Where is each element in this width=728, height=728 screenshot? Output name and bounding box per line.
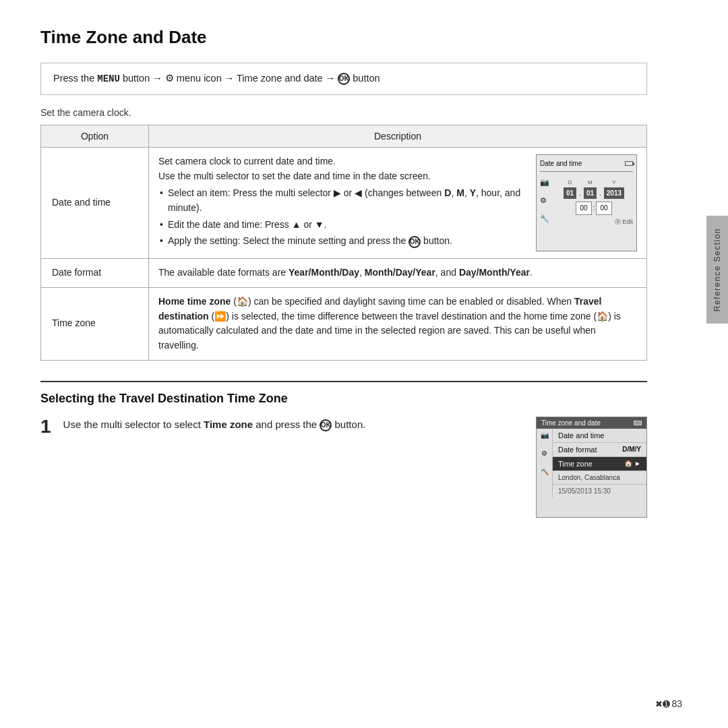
main-content: Time Zone and Date Press the MENU button… [0, 0, 688, 545]
mini-screen-step1: Time zone and date 📷 ⚙ 🔨 Date and time D… [536, 417, 647, 518]
screen-title-text: Date and time [540, 158, 582, 169]
ms2-title-bar: Time zone and date [537, 417, 646, 429]
step1-bold: Time zone [204, 419, 253, 430]
battery-icon [625, 161, 633, 166]
table-row: Date format The available date formats a… [41, 259, 647, 288]
bullet-item-1: Select an item: Press the multi selector… [158, 186, 528, 215]
menu-path-text: button → [123, 73, 165, 84]
info-table: Option Description Date and time Set cam… [40, 125, 647, 361]
month-field: M 01 [584, 179, 597, 200]
page-num-text: 83 [671, 698, 682, 709]
menu-path-arrow2: → [224, 73, 235, 84]
step1-content: 1 Use the multi selector to select Time … [40, 417, 522, 437]
year-value: 2013 [604, 187, 624, 200]
ms2-datetime: 15/05/2013 15:30 [553, 485, 646, 497]
edit-label: Edit [622, 218, 633, 225]
step1-text: Use the multi selector to select Time zo… [63, 417, 522, 433]
wrench-icon: ⚙ [165, 73, 174, 84]
menu-icon-label: menu icon [177, 73, 224, 84]
day-value: 01 [564, 187, 576, 200]
step1-text-after: and press the [255, 419, 320, 430]
ok-icon-inline: OK [408, 236, 421, 248]
date-grid: D 01 . M 01 . [555, 179, 633, 200]
menu-path-box: Press the MENU button → ⚙ menu icon → Ti… [40, 63, 647, 95]
ms2-location: London, Casablanca [553, 471, 646, 485]
filter-icon-screen: ⚙ [540, 195, 549, 206]
table-row: Date and time Set camera clock to curren… [41, 148, 647, 259]
step1-text-before: Use the multi selector to select [63, 419, 201, 430]
year-field: Y 2013 [604, 179, 624, 200]
ms2-row1-label: Date and time [558, 431, 641, 439]
desc-cell-date-format: The available date formats are Year/Mont… [149, 259, 647, 288]
ms2-row-3: Time zone 🏠 ► [553, 457, 646, 471]
page-number: ✖➊ 83 [655, 698, 682, 709]
screen-title-bar: Date and time [540, 158, 633, 172]
month-value: 01 [584, 187, 597, 200]
table-header-option: Option [41, 125, 149, 148]
ms2-body: 📷 ⚙ 🔨 Date and time Date format D/M/Y Ti… [537, 429, 646, 497]
ok-icon-edit: Ⓡ [615, 218, 621, 225]
date-time-bullets: Select an item: Press the multi selector… [158, 186, 528, 249]
screen-icons-left: 📷 ⚙ 🔧 D 01 [540, 175, 633, 227]
ms2-title: Time zone and date [541, 419, 601, 427]
page-num-icons: ✖➊ [655, 699, 670, 709]
screen-edit-row: Ⓡ Edit [555, 218, 633, 227]
ms2-filter-icon: ⚙ [541, 450, 547, 457]
step1-area: 1 Use the multi selector to select Time … [40, 417, 647, 518]
bullet-item-2: Edit the date and time: Press ▲ or ▼. [158, 218, 528, 233]
menu-path-end: button [353, 73, 380, 84]
table-header-description: Description [149, 125, 647, 148]
menu-button-label: MENU [97, 73, 120, 84]
left-icons-col: 📷 ⚙ 🔧 [540, 177, 549, 224]
menu-path-arrow3: → [326, 73, 336, 84]
desc-cell-time-zone: Home time zone (🏠) can be specified and … [149, 287, 647, 360]
date-sep-1: . [579, 188, 581, 200]
menu-path-middle: Time zone and date [237, 73, 323, 84]
ms2-camera-icon: 📷 [541, 431, 549, 439]
desc-with-image: Set camera clock to current date and tim… [158, 154, 637, 251]
option-cell-date-time: Date and time [41, 148, 149, 259]
desc-line-1: Set camera clock to current date and tim… [158, 154, 528, 183]
ms2-row2-value: D/M/Y [622, 446, 641, 453]
travel-icon-inline: ⏩ [214, 311, 226, 322]
ms2-row2-label: Date format [558, 446, 619, 454]
option-cell-time-zone: Time zone [41, 287, 149, 360]
time-sep: : [593, 203, 595, 214]
ms2-wrench-icon: 🔨 [541, 468, 549, 475]
ms2-row3-value: 🏠 ► [624, 460, 641, 467]
minute-value: 00 [596, 202, 611, 215]
camera-icon-screen: 📷 [540, 177, 549, 188]
bullet-item-3: Apply the setting: Select the minute set… [158, 234, 528, 249]
hour-value: 00 [576, 202, 591, 215]
desc-text-date-time: Set camera clock to current date and tim… [158, 154, 528, 251]
home-icon-inline: 🏠 [237, 296, 248, 307]
day-field: D 01 [564, 179, 576, 200]
set-clock-text: Set the camera clock. [40, 107, 647, 118]
ok-icon-step1: OK [320, 419, 332, 431]
ms2-battery-icon [634, 421, 642, 425]
ms2-row3-label: Time zone [558, 460, 621, 468]
time-row: 00 : 00 [555, 202, 633, 215]
ms2-sidebar-icons: 📷 ⚙ 🔨 [537, 429, 553, 497]
wrench-icon-screen: 🔧 [540, 213, 549, 224]
ms2-row-1: Date and time [553, 429, 646, 443]
table-row: Time zone Home time zone (🏠) can be spec… [41, 287, 647, 360]
right-reference-tab: Reference Section [706, 216, 728, 324]
ms2-rows-area: Date and time Date format D/M/Y Time zon… [553, 429, 646, 497]
ok-icon-menu: OK [338, 73, 350, 85]
ms2-row-2: Date format D/M/Y [553, 443, 646, 457]
section2-heading: Selecting the Travel Destination Time Zo… [40, 381, 647, 406]
right-tab-label: Reference Section [712, 228, 722, 311]
step1-number: 1 [40, 417, 51, 437]
page-title: Time Zone and Date [40, 27, 647, 48]
menu-path-intro: Press the [53, 73, 94, 84]
date-fields-area: D 01 . M 01 . [555, 175, 633, 227]
desc-cell-date-time: Set camera clock to current date and tim… [149, 148, 647, 259]
step1-end: button. [335, 419, 366, 430]
date-sep-2: . [599, 188, 601, 200]
option-cell-date-format: Date format [41, 259, 149, 288]
home-icon-inline2: 🏠 [597, 311, 608, 322]
mini-screen-date-time: Date and time 📷 ⚙ 🔧 [536, 154, 637, 251]
